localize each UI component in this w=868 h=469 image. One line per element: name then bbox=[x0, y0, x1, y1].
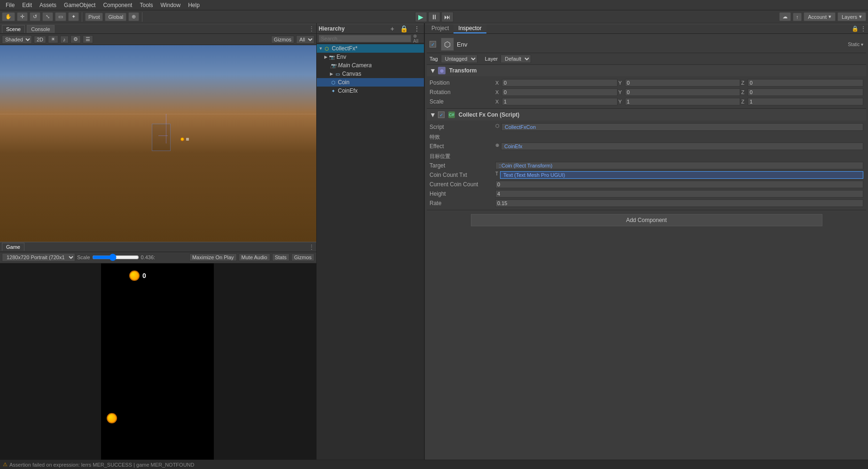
hierarchy-item-coin[interactable]: ⬡ Coin bbox=[317, 78, 424, 87]
collectfx-component: ▼ ✓ C# Collect Fx Con (Script) Script ⬡ … bbox=[427, 109, 866, 210]
scene-tab[interactable]: Scene bbox=[2, 25, 25, 33]
transform-header[interactable]: ▼ ⊕ Transform bbox=[427, 65, 866, 76]
menu-assets[interactable]: Assets bbox=[36, 0, 60, 10]
stats-btn[interactable]: Stats bbox=[272, 254, 289, 261]
tag-select[interactable]: Untagged bbox=[441, 55, 477, 63]
game-gizmos-btn[interactable]: Gizmos bbox=[291, 254, 314, 261]
2d-toggle[interactable]: 2D bbox=[34, 36, 46, 43]
menu-component[interactable]: Component bbox=[99, 0, 136, 10]
current-coin-input[interactable] bbox=[495, 181, 863, 188]
rot-y-input[interactable] bbox=[625, 88, 741, 96]
coin-count-txt-ref[interactable]: Text (Text Mesh Pro UGUI) bbox=[500, 171, 863, 179]
menu-gameobject[interactable]: GameObject bbox=[60, 0, 99, 10]
object-enable-checkbox[interactable]: ✓ bbox=[430, 41, 436, 48]
txt-type-icon: T bbox=[495, 171, 498, 179]
target-ref[interactable]: ::Coin (Rect Transform) bbox=[495, 162, 863, 169]
play-button[interactable]: ▶ bbox=[415, 12, 427, 22]
toolbar-right: ☁ ↑ Account ▾ Layers ▾ bbox=[779, 12, 866, 21]
add-component-button[interactable]: Add Component bbox=[471, 214, 822, 226]
account-button[interactable]: Account ▾ bbox=[804, 12, 836, 21]
transform-tool[interactable]: ✦ bbox=[68, 12, 79, 21]
hierarchy-item-collectfx[interactable]: ▼ ⬡ CollectFx* bbox=[317, 44, 424, 53]
hierarchy-add-btn[interactable]: + bbox=[389, 25, 396, 32]
scale-z-input[interactable] bbox=[748, 98, 863, 105]
game-header: Game ⋮ bbox=[0, 242, 316, 252]
all-dropdown[interactable]: All bbox=[296, 35, 314, 44]
collab-btn[interactable]: ☁ bbox=[779, 12, 791, 21]
hierarchy-item-env[interactable]: ▶ 📷 Env bbox=[317, 53, 424, 61]
hierarchy-search-input[interactable] bbox=[319, 35, 411, 42]
script-ref[interactable]: CollectFxCon bbox=[501, 123, 863, 131]
mute-btn[interactable]: Mute Audio bbox=[239, 254, 270, 261]
hierarchy-item-coinefx[interactable]: ✦ CoinEfx bbox=[317, 87, 424, 95]
scene-marker bbox=[186, 138, 189, 141]
game-view[interactable]: 0 bbox=[0, 263, 316, 460]
fx-btn[interactable]: ⚙ bbox=[70, 35, 81, 43]
step-button[interactable]: ⏭ bbox=[441, 12, 454, 22]
pause-button[interactable]: ⏸ bbox=[428, 12, 440, 22]
menu-file[interactable]: File bbox=[2, 0, 18, 10]
chevron-down-icon: ▾ bbox=[859, 14, 862, 20]
rect-tool[interactable]: ▭ bbox=[55, 12, 66, 21]
collectfx-title: Collect Fx Con (Script) bbox=[459, 111, 519, 118]
scene-panel-header: Scene Console ⋮ bbox=[0, 24, 316, 34]
pos-z-input[interactable] bbox=[748, 79, 863, 87]
scene-settings-btn[interactable]: ☰ bbox=[83, 35, 93, 43]
menu-window[interactable]: Window bbox=[156, 0, 184, 10]
hierarchy-menu-btn[interactable]: ⋮ bbox=[412, 25, 422, 32]
menu-help[interactable]: Help bbox=[184, 0, 203, 10]
console-tab[interactable]: Console bbox=[27, 25, 54, 33]
rate-input[interactable] bbox=[495, 199, 863, 207]
layer-select[interactable]: Default bbox=[500, 55, 531, 63]
collectfx-enable-checkbox[interactable]: ✓ bbox=[438, 111, 445, 118]
canvas-icon: ▭ bbox=[334, 71, 341, 77]
scale-y-input[interactable] bbox=[625, 98, 741, 105]
layer-label: Layer bbox=[485, 56, 498, 62]
game-tab[interactable]: Game bbox=[2, 243, 24, 251]
menu-tools[interactable]: Tools bbox=[136, 0, 156, 10]
hand-tool[interactable]: ✋ bbox=[2, 12, 15, 21]
move-tool[interactable]: ✛ bbox=[17, 12, 28, 21]
extra-btn[interactable]: ⊕ bbox=[128, 12, 139, 21]
cloud-btn[interactable]: ↑ bbox=[793, 13, 802, 21]
env-icon: 📷 bbox=[328, 54, 335, 60]
light-btn[interactable]: ☀ bbox=[48, 35, 58, 43]
efx-icon: ✦ bbox=[330, 87, 336, 94]
resolution-dropdown[interactable]: 1280x720 Portrait (720x1 bbox=[2, 253, 75, 262]
rotate-tool[interactable]: ↺ bbox=[30, 12, 40, 21]
rot-y-field: Y bbox=[618, 88, 741, 96]
inspector-tab[interactable]: Inspector bbox=[454, 24, 486, 33]
scale-x-input[interactable] bbox=[502, 98, 618, 105]
x-label: X bbox=[495, 80, 501, 86]
hierarchy-item-canvas[interactable]: ▶ ▭ Canvas bbox=[317, 70, 424, 78]
effect-ref[interactable]: CoinEfx bbox=[501, 143, 863, 150]
audio-btn[interactable]: ♪ bbox=[60, 36, 69, 43]
scale-tool[interactable]: ⤡ bbox=[42, 12, 53, 21]
chevron-down-icon: ▾ bbox=[829, 14, 831, 20]
global-btn[interactable]: Global bbox=[105, 13, 126, 21]
main-content: Scene Console ⋮ Shaded 2D ☀ ♪ ⚙ ☰ Gizmos… bbox=[0, 24, 868, 460]
ry-label: Y bbox=[618, 89, 624, 95]
expand-icon-canvas: ▶ bbox=[330, 72, 333, 76]
shading-dropdown[interactable]: Shaded bbox=[2, 35, 32, 44]
scene-view[interactable] bbox=[0, 45, 316, 242]
tag-label: Tag bbox=[430, 56, 438, 62]
inspector-menu-btn[interactable]: ⋮ bbox=[860, 25, 866, 32]
hierarchy-lock-btn[interactable]: 🔒 bbox=[398, 25, 410, 32]
pos-y-input[interactable] bbox=[625, 79, 741, 87]
menu-edit[interactable]: Edit bbox=[18, 0, 36, 10]
height-input[interactable] bbox=[495, 190, 863, 198]
pos-x-input[interactable] bbox=[502, 79, 618, 87]
scale-slider[interactable] bbox=[92, 254, 139, 261]
rot-x-input[interactable] bbox=[502, 88, 618, 96]
hierarchy-item-maincamera[interactable]: 📷 Main Camera bbox=[317, 61, 424, 70]
pivot-btn[interactable]: Pivot bbox=[85, 13, 103, 21]
collectfx-header[interactable]: ▼ ✓ C# Collect Fx Con (Script) bbox=[427, 109, 866, 120]
inspector-lock-btn[interactable]: 🔒 bbox=[852, 25, 859, 32]
game-viewport: 0 bbox=[101, 263, 214, 460]
maximize-btn[interactable]: Maximize On Play bbox=[189, 254, 237, 261]
layers-button[interactable]: Layers ▾ bbox=[837, 12, 866, 21]
project-tab[interactable]: Project bbox=[427, 24, 454, 33]
gizmos-btn[interactable]: Gizmos bbox=[271, 36, 294, 43]
rot-z-input[interactable] bbox=[748, 88, 863, 96]
